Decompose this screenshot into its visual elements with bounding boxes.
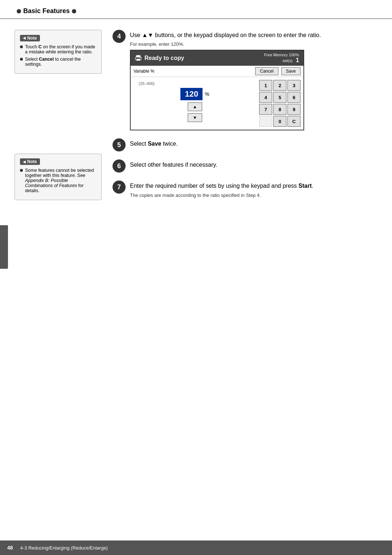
screen-mockup: Ready to copy Free Memory 100% set(s) 1 [130, 50, 304, 130]
step-7: 7 Enter the required number of sets by u… [113, 181, 377, 198]
note-item-1a: Touch C on the screen if you made a mist… [20, 44, 96, 54]
header-bullet-left [17, 9, 21, 13]
free-memory-label: Free Memory 100% [264, 53, 299, 57]
step-7-suffix: . [312, 183, 313, 189]
screen-header: Ready to copy Free Memory 100% set(s) 1 [131, 50, 303, 66]
screen-input-area: (25–400) 120 % ▲ ▼ [134, 80, 256, 127]
up-arrow-button[interactable]: ▲ [188, 102, 202, 111]
note-tag-1: Note [20, 35, 40, 41]
note-text-1a: Touch C on the screen if you made a mist… [25, 44, 96, 54]
note-box-1: Note Touch C on the screen if you made a… [15, 30, 102, 74]
footer-text: 4-3 Reducing/Enlarging (Reduce/Enlarge) [20, 545, 108, 551]
step-7-bold: Start [298, 183, 311, 189]
numpad-c[interactable]: C [287, 116, 301, 127]
step-5: 5 Select Save twice. [113, 138, 377, 151]
spacer [15, 81, 102, 146]
page-footer: 48 4-3 Reducing/Enlarging (Reduce/Enlarg… [0, 540, 392, 555]
numpad-empty [259, 116, 272, 127]
down-arrow-button[interactable]: ▼ [188, 113, 202, 122]
save-button[interactable]: Save [281, 67, 301, 75]
step-7-content: Enter the required number of sets by usi… [130, 181, 377, 198]
numpad-3[interactable]: 3 [287, 80, 301, 91]
bullet-2a [20, 169, 23, 172]
step-7-prefix: Enter the required number of sets by usi… [130, 183, 298, 189]
step-6-circle: 6 [113, 159, 126, 173]
percent-sign: % [205, 91, 209, 97]
left-column: Note Touch C on the screen if you made a… [15, 30, 102, 200]
step-4-circle: 4 [113, 30, 126, 43]
main-content: Note Touch C on the screen if you made a… [0, 19, 392, 211]
side-tab [0, 225, 8, 269]
step-6: 6 Select other features if necessary. [113, 159, 377, 173]
step-5-title: Select Save twice. [130, 140, 377, 148]
numpad-9[interactable]: 9 [287, 104, 301, 115]
note-tag-2: Note [20, 158, 40, 165]
step-7-title: Enter the required number of sets by usi… [130, 182, 377, 190]
step-7-circle: 7 [113, 181, 126, 194]
numpad-2[interactable]: 2 [273, 80, 286, 91]
step-6-title: Select other features if necessary. [130, 161, 377, 169]
step-4-content: Use ▲▼ buttons, or the keypad displayed … [130, 30, 377, 130]
numpad-7[interactable]: 7 [259, 104, 272, 115]
numpad-4[interactable]: 4 [259, 92, 272, 103]
step-5-bold: Save [148, 141, 161, 147]
numpad-0[interactable]: 0 [273, 116, 286, 127]
step-5-suffix: twice. [161, 141, 177, 147]
numpad-1[interactable]: 1 [259, 80, 272, 91]
numpad-8[interactable]: 8 [273, 104, 286, 115]
step-5-prefix: Select [130, 141, 148, 147]
right-column: 4 Use ▲▼ buttons, or the keypad displaye… [113, 30, 377, 200]
numpad: 1 2 3 4 5 6 7 8 9 0 C [259, 80, 301, 127]
input-value-row: 120 % [180, 88, 209, 100]
sets-info: set(s) 1 [264, 57, 299, 64]
numpad-5[interactable]: 5 [273, 92, 286, 103]
note-box-2: Note Some features cannot be selected to… [15, 154, 102, 200]
step-6-content: Select other features if necessary. [130, 159, 377, 171]
svg-rect-2 [136, 59, 140, 61]
screen-body: (25–400) 120 % ▲ ▼ 1 2 3 [131, 77, 303, 130]
range-hint: (25–400) [139, 81, 155, 86]
screen-header-right: Free Memory 100% set(s) 1 [264, 53, 299, 64]
step-4: 4 Use ▲▼ buttons, or the keypad displaye… [113, 30, 377, 130]
page-header: Basic Features [0, 0, 392, 19]
step-5-circle: 5 [113, 138, 126, 151]
note-item-2a: Some features cannot be selected togethe… [20, 168, 96, 193]
step-5-content: Select Save twice. [130, 138, 377, 150]
printer-icon [135, 55, 142, 61]
screen-toolbar: Variable % Cancel Save [131, 66, 303, 77]
bullet-1a [20, 45, 23, 48]
header-bullet-right [72, 9, 76, 13]
page-title: Basic Features [23, 7, 70, 15]
cancel-button[interactable]: Cancel [255, 67, 278, 75]
step-7-subtext: The copies are made according to the rat… [130, 193, 377, 198]
variable-label: Variable % [134, 69, 252, 74]
numpad-6[interactable]: 6 [287, 92, 301, 103]
screen-header-title: Ready to copy [135, 55, 184, 61]
input-value[interactable]: 120 [180, 88, 203, 100]
for-example-text: For example, enter 120%. [130, 41, 377, 47]
note-item-1b: Select Cancel to cancel the settings. [20, 57, 96, 67]
bullet-1b [20, 58, 23, 61]
note-text-2a: Some features cannot be selected togethe… [25, 168, 96, 193]
note-text-1b: Select Cancel to cancel the settings. [25, 57, 96, 67]
step-4-title: Use ▲▼ buttons, or the keypad displayed … [130, 31, 377, 39]
svg-rect-3 [140, 58, 140, 58]
page-number: 48 [7, 545, 13, 551]
